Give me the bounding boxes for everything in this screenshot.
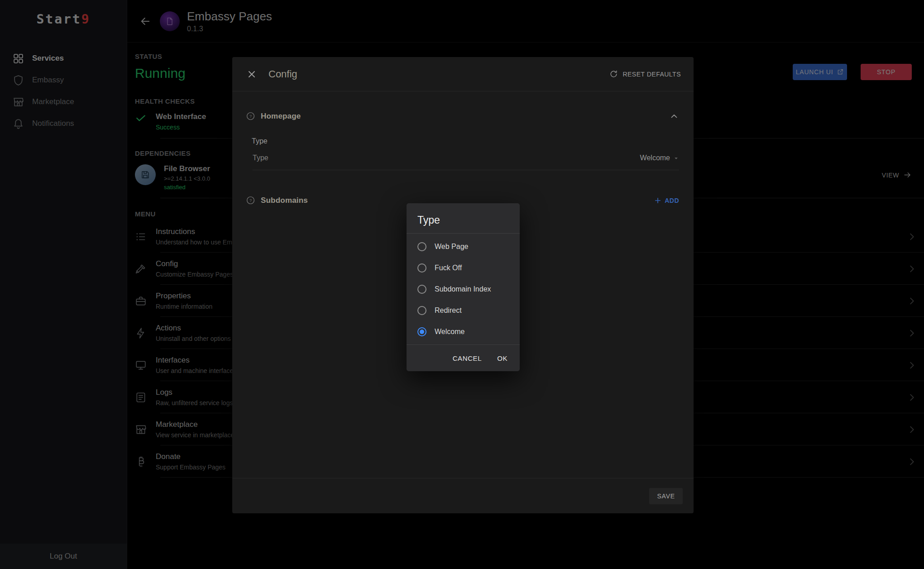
ok-button[interactable]: OK bbox=[497, 354, 507, 362]
type-options: Web Page Fuck Off Subdomain Index Redire… bbox=[407, 234, 520, 344]
cancel-button[interactable]: CANCEL bbox=[453, 354, 482, 362]
type-option-label: Welcome bbox=[435, 328, 464, 336]
type-dialog-title: Type bbox=[407, 203, 520, 233]
type-option-label: Subdomain Index bbox=[435, 285, 491, 293]
type-option-label: Redirect bbox=[435, 306, 462, 315]
type-option-web-page[interactable]: Web Page bbox=[407, 236, 520, 257]
type-option-label: Fuck Off bbox=[435, 264, 462, 272]
type-option-label: Web Page bbox=[435, 243, 468, 251]
type-option-redirect[interactable]: Redirect bbox=[407, 300, 520, 321]
type-option-fuck-off[interactable]: Fuck Off bbox=[407, 257, 520, 278]
type-option-subdomain-index[interactable]: Subdomain Index bbox=[407, 278, 520, 300]
radio-icon bbox=[417, 306, 426, 315]
type-dialog-footer: CANCEL OK bbox=[407, 344, 520, 371]
radio-icon bbox=[417, 242, 426, 251]
type-option-welcome[interactable]: Welcome bbox=[407, 321, 520, 342]
radio-selected-icon bbox=[417, 327, 426, 336]
radio-icon bbox=[417, 285, 426, 294]
radio-icon bbox=[417, 263, 426, 273]
type-dialog: Type Web Page Fuck Off Subdomain Index R… bbox=[407, 203, 520, 371]
